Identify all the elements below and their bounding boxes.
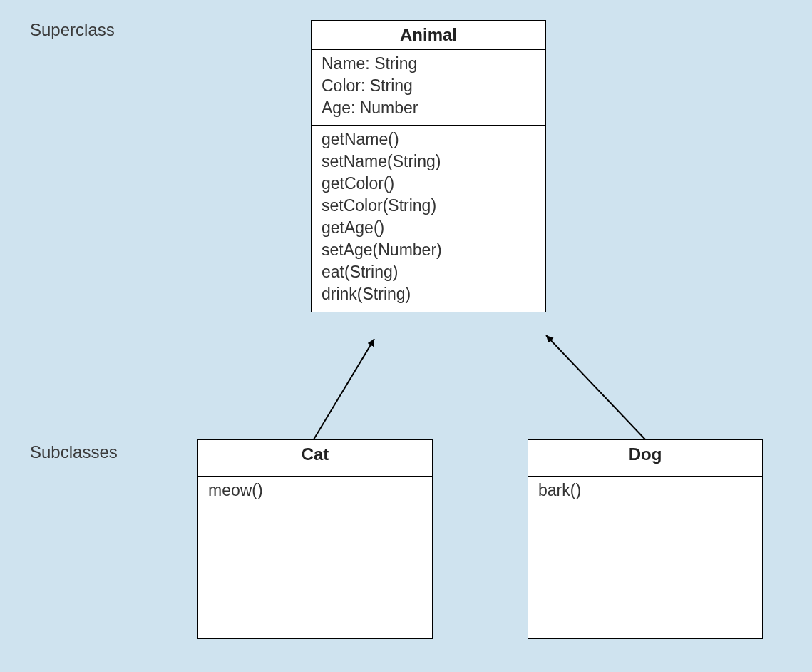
attr: Name: String [322, 53, 535, 75]
method: getColor() [322, 173, 535, 195]
class-methods-cat: meow() [198, 477, 432, 507]
class-box-animal: Animal Name: String Color: String Age: N… [311, 20, 546, 312]
class-attributes-cat [198, 469, 432, 477]
method: getName() [322, 128, 535, 151]
class-attributes-animal: Name: String Color: String Age: Number [312, 50, 545, 126]
class-methods-dog: bark() [528, 477, 762, 507]
method: meow() [208, 479, 422, 502]
method: getAge() [322, 217, 535, 239]
class-box-dog: Dog bark() [528, 439, 763, 639]
class-name-dog: Dog [528, 440, 762, 469]
uml-diagram-canvas: Superclass Subclasses Animal Name: Strin… [0, 0, 812, 672]
method: setName(String) [322, 151, 535, 173]
arrow-cat-to-animal [314, 339, 374, 439]
method: drink(String) [322, 283, 535, 305]
attr: Color: String [322, 75, 535, 97]
method: bark() [538, 479, 752, 502]
arrow-dog-to-animal [546, 335, 645, 439]
class-name-animal: Animal [312, 21, 545, 50]
superclass-label: Superclass [30, 20, 115, 40]
method: eat(String) [322, 261, 535, 283]
method: setAge(Number) [322, 239, 535, 261]
class-attributes-dog [528, 469, 762, 477]
attr: Age: Number [322, 97, 535, 119]
class-box-cat: Cat meow() [197, 439, 433, 639]
subclasses-label: Subclasses [30, 442, 118, 462]
class-name-cat: Cat [198, 440, 432, 469]
method: setColor(String) [322, 195, 535, 217]
class-methods-animal: getName() setName(String) getColor() set… [312, 126, 545, 311]
